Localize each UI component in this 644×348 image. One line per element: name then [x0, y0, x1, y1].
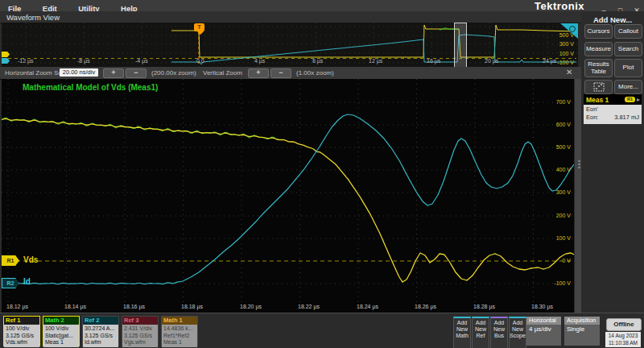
settings-bar: Ref 1 100 V/div 3.125 GS/s Vds.wfm Math …	[0, 313, 644, 348]
main-time-tick: 18.16 µs	[123, 304, 145, 309]
main-voltage-tick: 700 V	[556, 99, 571, 105]
add-new-button[interactable]: Add New Scope	[509, 317, 526, 348]
overview-time-tick: 20 µs	[485, 58, 498, 64]
math-model-annotation: Mathematical Model of Vds (Meas1)	[23, 83, 158, 92]
h-zoom-minus-button[interactable]: −	[126, 68, 147, 78]
v-zoom-minus-button[interactable]: −	[270, 68, 291, 78]
overview-time-tick: 0.0	[196, 58, 204, 64]
more-button[interactable]: More...	[614, 80, 642, 94]
zoom-bar-close-icon[interactable]: ✕	[566, 68, 572, 77]
main-voltage-tick: 600 V	[556, 122, 571, 127]
meas1-header[interactable]: Meas 1 R1 ▸	[584, 94, 642, 105]
h-zoom-plus-button[interactable]: +	[103, 68, 124, 78]
main-time-tick: 18.14 µs	[64, 304, 86, 309]
main-time-tick: 18.18 µs	[181, 304, 203, 309]
zoom-window-box[interactable]	[454, 23, 467, 68]
overview-time-tick: -12 µs	[18, 58, 34, 64]
channel-badge[interactable]: Math 2 100 V/div Static[gat... Meas 1	[43, 316, 80, 346]
badge-scale: 100 V/div	[45, 325, 77, 333]
trigger-flag[interactable]: T	[194, 23, 204, 31]
tab-waveform-view[interactable]: Waveform View	[6, 13, 60, 22]
measure-button[interactable]: Measure	[584, 42, 613, 56]
add-new-button[interactable]: Add New Bus	[490, 317, 508, 348]
splitter-handle-icon: •••	[578, 160, 580, 169]
badge-samplerate: 3.125 GS/s	[6, 333, 38, 340]
overview-time-tick: -8 µs	[77, 58, 90, 64]
channel-badge-title: Math 2	[43, 317, 79, 325]
main-time-tick: 18.20 µs	[240, 304, 262, 309]
id-trace	[2, 114, 574, 284]
offline-button[interactable]: Offline	[606, 318, 642, 331]
overview-plot: -12 µs-8 µs-4 µs0.04 µs8 µs12 µs16 µs20 …	[2, 23, 578, 67]
channel-badge[interactable]: Ref 1 100 V/div 3.125 GS/s Vds.wfm	[3, 316, 40, 346]
acquisition-title: Acquisition	[564, 317, 600, 325]
sidebar: Add New... Cursors Callout Measure Searc…	[581, 11, 644, 313]
magnifier-icon	[569, 26, 576, 32]
main-time-tick: 18.22 µs	[298, 304, 320, 309]
channel-badge[interactable]: Ref 2 30.2724 A... 3.125 GS/s Id.wfm	[82, 316, 119, 346]
meas1-row-label: Eon:	[586, 114, 598, 122]
time-value: 11:10:38 AM	[605, 340, 641, 347]
meas1-source-badge: R1	[625, 97, 635, 102]
meas1-title: Meas 1	[586, 96, 625, 104]
add-new-button[interactable]: Add New Ref	[472, 317, 489, 348]
tab-strip: Waveform View	[0, 11, 581, 23]
main-time-tick: 18.30 µs	[531, 304, 553, 309]
horizontal-scale-value: 4 µs/div	[526, 325, 561, 333]
trigger-flag-pointer	[197, 31, 204, 35]
overview-voltage-tick: 300 V	[559, 41, 574, 47]
overview-time-tick: 8 µs	[312, 58, 323, 64]
overview-time-tick: 4 µs	[254, 58, 265, 64]
add-new-button[interactable]: Add New Math	[453, 317, 471, 348]
channel-badge[interactable]: Ref 3 2.431 V/div 3.125 GS/s Vgs.wfm	[122, 316, 159, 346]
meas1-row-label: Eon'	[586, 106, 598, 114]
horizontal-settings-panel[interactable]: Horizontal 4 µs/div	[526, 317, 561, 346]
acquisition-mode-value: Single	[564, 325, 600, 333]
menu-bar: File Edit Utility Help Tektronix – □ ✕	[0, 0, 644, 12]
main-time-tick: 18.28 µs	[473, 304, 495, 309]
main-voltage-tick: 100 V	[556, 235, 571, 241]
overview-time-tick: -4 µs	[135, 58, 148, 64]
channel-badge-title: Math 1	[162, 317, 197, 325]
main-voltage-tick: 500 V	[556, 144, 571, 150]
zoom-scale-bar: Horizontal Zoom Scale 20.00 ns/div + − (…	[0, 67, 581, 80]
overview-time-tick: 24 µs	[543, 58, 556, 64]
search-button[interactable]: Search	[614, 42, 642, 56]
badge-scale: 14.4836 k...	[163, 325, 196, 333]
tektronix-logo: Tektronix	[535, 0, 584, 12]
main-voltage-tick: 300 V	[556, 189, 571, 195]
eye-diagram-button[interactable]	[584, 80, 613, 94]
overview-voltage-tick: -100 V	[557, 60, 574, 65]
badge-samplerate: 3.125 GS/s	[124, 333, 156, 340]
acquisition-settings-panel[interactable]: Acquisition Single	[564, 317, 600, 346]
h-zoom-factor: (200.00x zoom)	[151, 69, 196, 77]
overview-time-tick: 12 µs	[369, 58, 382, 64]
badge-scale: 30.2724 A...	[85, 325, 117, 333]
channel-badge-title: Ref 1	[4, 317, 39, 325]
id-label: Id	[23, 277, 31, 286]
overview-time-tick: 16 µs	[427, 58, 440, 64]
meas1-eon-value: 3.817 mJ	[614, 114, 639, 122]
main-time-tick: 18.12 µs	[6, 304, 28, 309]
channel-badge[interactable]: Math 1 14.4836 k... Ref1*Ref2 Meas 1	[161, 316, 198, 346]
meas1-body: Eon' Eon:3.817 mJ	[584, 105, 642, 124]
h-zoom-scale-input[interactable]: 20.00 ns/div	[60, 68, 98, 77]
badge-samplerate: 3.125 GS/s	[85, 333, 117, 340]
chevron-right-icon[interactable]: ▸	[637, 96, 640, 103]
badge-samplerate: Ref1*Ref2	[163, 333, 196, 340]
callout-button[interactable]: Callout	[614, 24, 642, 39]
oscilloscope-app: File Edit Utility Help Tektronix – □ ✕ W…	[0, 0, 644, 348]
plot-button[interactable]: Plot	[614, 59, 642, 77]
main-voltage-tick: 400 V	[556, 167, 571, 172]
v-zoom-plus-button[interactable]: +	[248, 68, 269, 78]
cursors-button[interactable]: Cursors	[584, 24, 613, 39]
badge-scale: 2.431 V/div	[124, 325, 156, 333]
datetime-display: 14 Aug 2023 11:10:38 AM	[605, 332, 641, 347]
badge-samplerate: Static[gat...	[45, 333, 77, 340]
badge-source: Meas 1	[45, 339, 77, 346]
badge-source: Vgs.wfm	[124, 339, 156, 346]
badge-scale: 100 V/div	[6, 325, 38, 333]
results-table-button[interactable]: Results Table	[584, 59, 613, 77]
add-new-header: Add New...	[581, 15, 644, 24]
meas1-result-panel[interactable]: Meas 1 R1 ▸ Eon' Eon:3.817 mJ	[584, 94, 642, 124]
